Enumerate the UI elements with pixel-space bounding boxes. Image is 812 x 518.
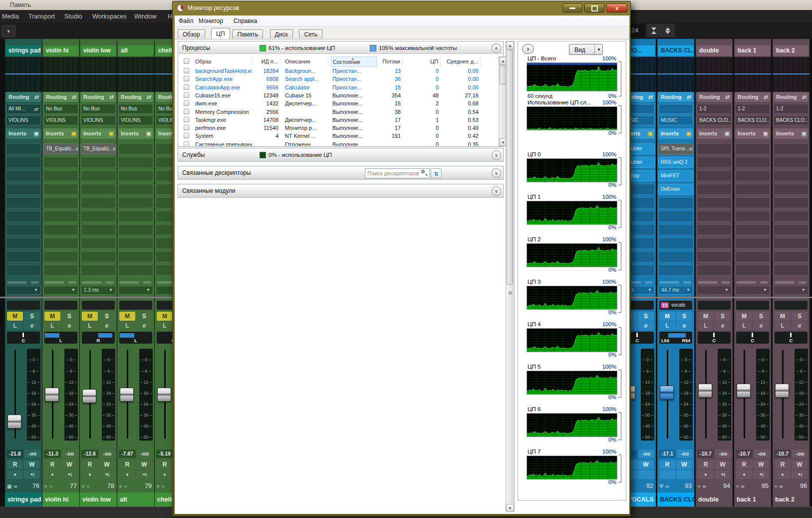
record-button[interactable]: ● [44,470,60,479]
routing-input[interactable]: No Bus [118,104,153,114]
delay-dropdown[interactable]: 44.7 ms▼ [658,286,693,295]
channel-bottom-name[interactable]: violin hi [42,493,79,507]
delay-dropdown[interactable]: ▼ [697,286,732,295]
channel-double[interactable]: doubleRouting⇄1-2BACKS CLO...Inserts▣▼MS… [696,39,733,507]
insert-slot[interactable] [6,143,41,154]
minimize-button[interactable] [562,3,582,12]
insert-slot[interactable] [6,157,41,168]
routing-output[interactable]: MUSIC [658,115,693,125]
insert-slot[interactable] [697,170,732,181]
insert-slot[interactable] [774,251,809,262]
rack-tab-nub[interactable] [68,281,76,284]
inserts-header[interactable]: Inserts▣ [6,128,41,139]
routing-header[interactable]: Routing⇄ [735,92,770,102]
pan-control[interactable]: L [44,332,77,344]
cubase-menu-workspaces[interactable]: Workspaces [92,10,127,23]
solo-button[interactable]: S [715,312,731,321]
insert-slot[interactable] [6,224,41,235]
routing-output[interactable]: VIOLINS [6,115,41,125]
scrollbar-thumb[interactable] [507,50,513,285]
window-titlebar[interactable]: Монитор ресурсов [173,1,630,15]
edit-button[interactable]: e [24,321,40,330]
insert-slot[interactable] [6,211,41,222]
mute-button[interactable]: M [119,312,135,321]
solo-button[interactable]: S [638,312,654,321]
note-box[interactable] [775,301,808,310]
insert-slot[interactable]: RRS uniQ 2 [658,157,693,168]
refresh-button[interactable]: ⇅ [431,168,442,178]
tab-цп[interactable]: ЦП [211,28,230,39]
insert-slot[interactable] [735,170,770,181]
table-row[interactable]: System4NT Kernel ...Выполняе...19100.42 [180,132,497,140]
delay-dropdown[interactable]: ▼ [118,286,153,295]
rack-tab-nub[interactable] [760,281,768,284]
channel-bottom-name[interactable]: violin low [80,493,117,507]
column-header-5[interactable]: ЦП [404,56,441,67]
insert-slot[interactable] [697,224,732,235]
insert-slot[interactable] [697,238,732,249]
channel-bottom-name[interactable]: BACKS CLOSE [657,493,694,507]
edit-button[interactable]: e [136,321,152,330]
routing-header[interactable]: Routing⇄ [43,92,78,102]
insert-slot[interactable] [118,224,153,235]
mute-button[interactable]: M [775,312,791,321]
rack-tab-nub[interactable] [31,281,39,284]
inserts-header[interactable]: Inserts▣ [658,128,693,139]
channel-bottom-name[interactable]: strings pad [5,493,42,507]
search-icon[interactable] [421,170,425,173]
row-checkbox[interactable] [184,125,189,130]
record-button[interactable]: ● [119,470,135,479]
column-header-3[interactable]: Состояние▴ [331,56,377,67]
insert-slot[interactable] [81,170,116,181]
routing-output[interactable]: VIOLINS [81,115,116,125]
inserts-header[interactable]: Inserts▣ [697,128,732,139]
collapse-chevron-icon[interactable]: ∨ [492,150,501,160]
routing-output[interactable]: BACKS CLO... [735,115,770,125]
delay-dropdown[interactable]: ▼ [774,286,809,295]
resmon-menu-1[interactable]: Монитор [199,15,223,26]
insert-slot[interactable] [697,157,732,168]
record-button[interactable]: ● [82,470,98,479]
insert-slot[interactable] [774,170,809,181]
fader-handle[interactable] [660,386,674,400]
insert-slot[interactable]: MiniFET [658,170,693,181]
monitor-button[interactable]: ◄) [24,470,40,479]
record-button[interactable] [659,470,675,479]
panel-back-button[interactable]: › [522,44,534,54]
insert-slot[interactable] [735,224,770,235]
insert-slot[interactable] [774,184,809,195]
table-row[interactable]: CalculatorApp.exe9556CalculatorПриостан.… [180,83,497,91]
insert-slot[interactable] [118,184,153,195]
write-button[interactable]: W [753,460,769,469]
listen-button[interactable]: L [44,321,60,330]
insert-slot[interactable] [118,143,153,154]
routing-output[interactable]: VIOLINS [43,115,78,125]
insert-slot[interactable] [118,211,153,222]
routing-output[interactable]: BACKS CLO... [774,115,809,125]
routing-header[interactable]: Routing⇄ [774,92,809,102]
table-row[interactable]: Memory Compression2556Выполняе...3800.54 [180,108,497,116]
fader-handle[interactable] [775,384,789,398]
rack-tab-nub[interactable] [44,281,64,284]
note-box[interactable] [82,301,115,310]
insert-slot[interactable] [43,265,78,276]
routing-output[interactable]: BACKS CLO... [697,115,732,125]
insert-slot[interactable] [81,238,116,249]
read-button[interactable]: R [119,460,135,469]
monitor-button[interactable]: ◄) [136,470,152,479]
insert-slot[interactable] [43,197,78,208]
rack-tab-nub[interactable] [106,281,114,284]
edit-button[interactable]: e [638,321,654,330]
insert-slot[interactable] [81,224,116,235]
view-dropdown-button[interactable]: Вид▼ [569,44,603,55]
write-button[interactable]: W [715,460,731,469]
insert-slot[interactable] [774,143,809,154]
monitor-button[interactable] [638,470,654,479]
fader-handle[interactable] [157,388,171,402]
insert-slot[interactable] [118,238,153,249]
processes-bar[interactable]: Процессы61% - использование ЦП105% макси… [179,42,503,54]
row-checkbox[interactable] [184,76,189,81]
routing-input[interactable] [658,104,693,114]
insert-slot[interactable] [81,211,116,222]
monitor-button[interactable]: ◄) [792,470,808,479]
